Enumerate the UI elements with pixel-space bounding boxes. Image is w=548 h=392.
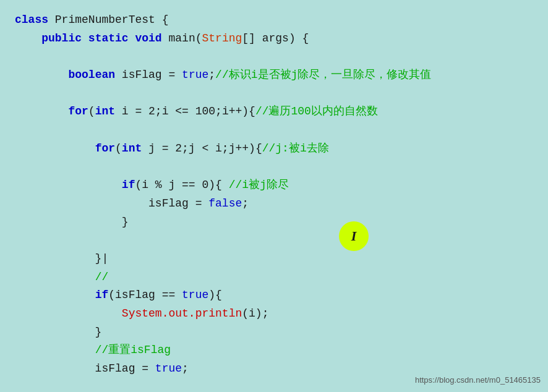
code-line-6: for(int i = 2;i <= 100;i++){//遍历100以内的自然… (15, 103, 533, 121)
keyword-class: class (15, 14, 48, 26)
keyword-static: static (88, 32, 129, 45)
keyword-if-1: if (122, 179, 135, 191)
comment-1: //标识i是否被j除尽，一旦除尽，修改其值 (215, 69, 431, 81)
keyword-int-1: int (95, 105, 115, 117)
code-line-17: System.out.println(i); (15, 305, 533, 323)
keyword-public: public (41, 32, 82, 45)
code-line-16: if(isFlag == true){ (15, 286, 533, 305)
code-line-2: public static void main(String[] args) { (15, 30, 533, 48)
system-call: System.out.println (122, 307, 242, 320)
value-true-2: true (182, 289, 208, 301)
keyword-if-2: if (95, 289, 109, 301)
value-false: false (208, 197, 242, 210)
code-line-13 (15, 231, 533, 250)
comment-2: //遍历100以内的自然数 (255, 105, 378, 117)
comment-4: //i被j除尽 (229, 179, 289, 191)
watermark: https://blog.csdn.net/m0_51465135 (415, 374, 541, 387)
code-container: class PrimeNumberTest { public static vo… (0, 0, 548, 392)
value-true: true (182, 69, 208, 81)
keyword-int-2: int (122, 142, 142, 155)
code-line-9 (15, 158, 533, 177)
code-line-11: isFlag = false; (15, 195, 533, 213)
cursor-icon: I (351, 225, 357, 247)
code-line-5 (15, 85, 533, 103)
comment-6: //重置isFlag (95, 344, 171, 356)
keyword-for-2: for (95, 142, 115, 155)
keyword-void: void (135, 32, 161, 45)
value-true-3: true (155, 362, 182, 375)
type-string: String (202, 32, 242, 45)
comment-3: //j:被i去除 (262, 142, 329, 155)
code-line-10: if(i % j == 0){ //i被j除尽 (15, 176, 533, 195)
comment-5: // (95, 271, 109, 283)
cursor-indicator: I (339, 221, 369, 251)
code-line-14: }| (15, 250, 533, 268)
code-line-15: // (15, 268, 533, 287)
code-line-3 (15, 48, 533, 66)
code-line-1: class PrimeNumberTest { (15, 11, 533, 30)
code-line-18: } (15, 323, 533, 342)
code-line-7 (15, 121, 533, 140)
code-line-12: } (15, 213, 533, 232)
code-line-4: boolean isFlag = true;//标识i是否被j除尽，一旦除尽，修… (15, 66, 533, 85)
keyword-for-1: for (68, 105, 88, 117)
code-line-8: for(int j = 2;j < i;j++){//j:被i去除 (15, 140, 533, 158)
keyword-boolean: boolean (68, 69, 115, 81)
code-line-19: //重置isFlag (15, 341, 533, 360)
